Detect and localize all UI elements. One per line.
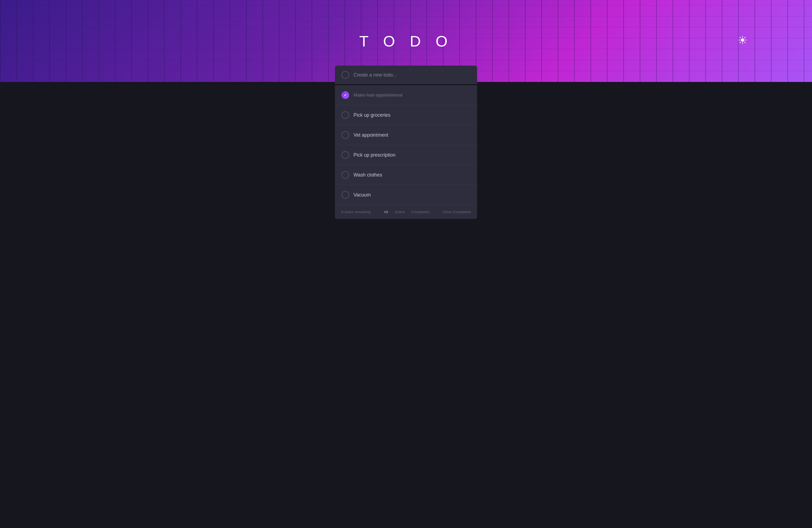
filter-active-button[interactable]: Active [393,209,406,215]
clear-completed-button[interactable]: Clear Completed [443,210,470,214]
todo-item[interactable]: Pick up groceries [335,105,477,125]
todo-text: Pick up groceries [353,112,390,118]
filter-all-button[interactable]: All [383,209,389,215]
footer-filters: All Active Completed [383,209,430,215]
todo-text: Make hair appointment [353,92,403,98]
new-todo-input[interactable] [353,72,470,78]
svg-line-7 [740,42,741,43]
todo-text: Wash clothes [353,172,382,178]
svg-line-6 [744,37,745,38]
todo-checkbox[interactable] [342,191,349,199]
svg-line-4 [740,37,741,38]
todo-text: Vacuum [353,192,371,198]
todo-text: Vet appointment [353,132,388,138]
todo-item[interactable]: Make hair appointment [335,85,477,105]
todo-checkbox[interactable] [342,131,349,139]
new-todo-circle[interactable] [342,71,349,79]
filter-completed-button[interactable]: Completed [410,209,430,215]
sun-icon [738,36,747,45]
todo-footer: 6 tasks remaining All Active Completed C… [335,205,477,219]
todo-checkbox[interactable] [342,151,349,159]
todo-list: Make hair appointmentPick up groceriesVe… [335,85,477,205]
main-content: Make hair appointmentPick up groceriesVe… [0,82,812,528]
todo-item[interactable]: Vacuum [335,185,477,205]
todo-text: Pick up prescription [353,152,396,158]
new-todo-wrapper [335,65,477,84]
todo-checkbox[interactable] [342,171,349,179]
todo-container: Make hair appointmentPick up groceriesVe… [335,65,477,528]
todo-checkbox[interactable] [342,91,349,99]
todo-checkbox[interactable] [342,111,349,119]
tasks-remaining-label: 6 tasks remaining [342,210,371,214]
new-todo-section [335,65,477,84]
todo-item[interactable]: Pick up prescription [335,145,477,165]
todo-item[interactable]: Vet appointment [335,125,477,145]
theme-toggle-button[interactable] [738,36,747,46]
svg-line-5 [744,42,745,43]
app-title: T O D O [359,32,453,50]
todo-item[interactable]: Wash clothes [335,165,477,185]
